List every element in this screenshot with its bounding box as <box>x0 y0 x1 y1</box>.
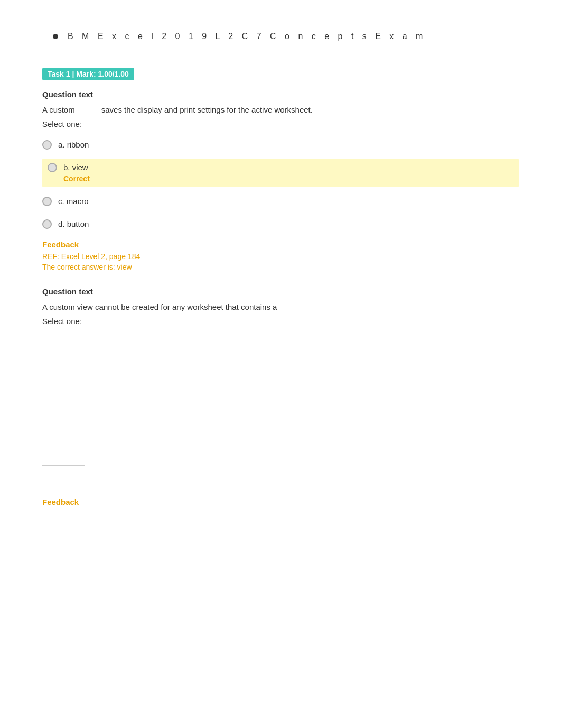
feedback1-ref: REF: Excel Level 2, page 184 <box>42 252 519 261</box>
correct-label: Correct <box>63 174 90 185</box>
question2-label: Question text <box>42 287 519 296</box>
select-one-1: Select one: <box>42 119 519 128</box>
options-list-1: a. ribbon b. view Correct c. macro d. bu… <box>42 136 519 233</box>
feedback1-answer: The correct answer is: view <box>42 263 519 271</box>
feedback2-section: Feedback <box>42 497 519 506</box>
option-b-text: b. view Correct <box>63 162 90 185</box>
options-list-2 <box>42 333 519 449</box>
question1-text: A custom _____ saves the display and pri… <box>42 104 519 116</box>
question2-text: A custom view cannot be created for any … <box>42 301 519 314</box>
option-a[interactable]: a. ribbon <box>42 136 519 153</box>
task-badge: Task 1 | Mark: 1.00/1.00 <box>42 68 134 80</box>
task2-section: Question text A custom view cannot be cr… <box>42 287 519 506</box>
option-d-text: d. button <box>58 218 89 229</box>
radio-c[interactable] <box>42 197 52 206</box>
option-d[interactable]: d. button <box>42 215 519 233</box>
divider <box>42 465 85 466</box>
page-header: B M E x c e l 2 0 1 9 L 2 C 7 C o n c e … <box>42 32 519 41</box>
feedback1-section: Feedback REF: Excel Level 2, page 184 Th… <box>42 240 519 271</box>
bullet-point <box>53 34 58 39</box>
select-one-2: Select one: <box>42 317 519 326</box>
radio-d[interactable] <box>42 219 52 229</box>
option-c-text: c. macro <box>58 196 89 207</box>
radio-a[interactable] <box>42 140 52 150</box>
page-title: B M E x c e l 2 0 1 9 L 2 C 7 C o n c e … <box>68 32 426 41</box>
option-b[interactable]: b. view Correct <box>42 159 519 188</box>
option-a-text: a. ribbon <box>58 139 89 150</box>
task1-section: Task 1 | Mark: 1.00/1.00 Question text A… <box>42 68 519 271</box>
feedback2-title: Feedback <box>42 497 519 506</box>
radio-b[interactable] <box>48 163 57 172</box>
question1-label: Question text <box>42 90 519 99</box>
feedback1-title: Feedback <box>42 240 519 249</box>
option-c[interactable]: c. macro <box>42 192 519 210</box>
